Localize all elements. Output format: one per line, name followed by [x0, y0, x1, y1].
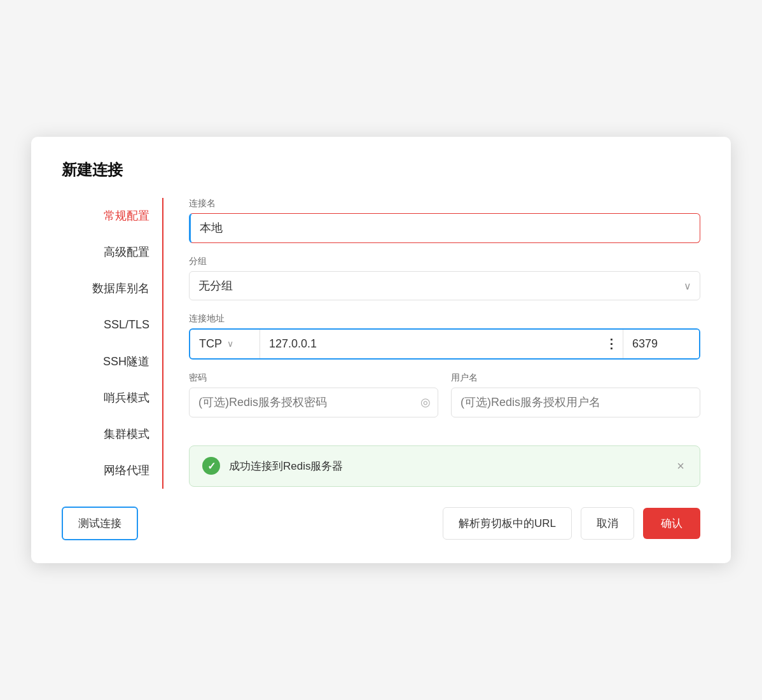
username-label: 用户名	[451, 372, 700, 384]
group-select[interactable]: 无分组	[189, 271, 700, 300]
parse-url-button[interactable]: 解析剪切板中的URL	[443, 507, 572, 540]
main-content: 连接名 分组 无分组 ∨ 连接地址 TCP ∨	[163, 198, 700, 489]
colon-separator: ⋮	[600, 336, 623, 351]
protocol-chevron-icon: ∨	[227, 339, 233, 349]
group-group: 分组 无分组 ∨	[189, 256, 700, 300]
protocol-value: TCP	[199, 337, 222, 351]
password-group: 密码 ◎	[189, 372, 438, 417]
host-input[interactable]	[260, 330, 600, 358]
success-message: 成功连接到Redis服务器	[229, 459, 665, 473]
auth-row: 密码 ◎ 用户名	[189, 372, 700, 417]
connection-name-label: 连接名	[189, 198, 700, 209]
password-input-wrapper: ◎	[189, 388, 438, 417]
group-label: 分组	[189, 256, 700, 267]
sidebar-item-general[interactable]: 常规配置	[62, 198, 162, 234]
connection-name-input[interactable]	[189, 213, 700, 243]
test-connection-button[interactable]: 测试连接	[62, 507, 138, 540]
password-label: 密码	[189, 372, 438, 384]
sidebar: 常规配置 高级配置 数据库别名 SSL/TLS SSH隧道 哨兵模式 集群模式 …	[62, 198, 163, 489]
success-close-button[interactable]: ×	[674, 456, 687, 476]
protocol-selector[interactable]: TCP ∨	[190, 330, 260, 358]
sidebar-item-proxy[interactable]: 网络代理	[62, 452, 162, 489]
conn-addr-box: TCP ∨ ⋮	[189, 328, 700, 360]
sidebar-item-ssl-tls[interactable]: SSL/TLS	[62, 307, 162, 343]
cancel-button[interactable]: 取消	[581, 507, 634, 540]
port-input[interactable]	[623, 330, 699, 358]
sidebar-item-sentinel[interactable]: 哨兵模式	[62, 380, 162, 416]
footer-buttons: 测试连接 解析剪切板中的URL 取消 确认	[62, 507, 700, 540]
conn-addr-label: 连接地址	[189, 313, 700, 325]
success-banner: 成功连接到Redis服务器 ×	[189, 445, 700, 487]
conn-addr-group: 连接地址 TCP ∨ ⋮	[189, 313, 700, 360]
sidebar-item-db-alias[interactable]: 数据库别名	[62, 270, 162, 307]
connection-name-group: 连接名	[189, 198, 700, 243]
confirm-button[interactable]: 确认	[643, 508, 700, 539]
sidebar-item-ssh-tunnel[interactable]: SSH隧道	[62, 344, 162, 380]
dialog-title: 新建连接	[62, 160, 700, 180]
dialog-body: 常规配置 高级配置 数据库别名 SSL/TLS SSH隧道 哨兵模式 集群模式 …	[62, 198, 700, 489]
sidebar-item-cluster[interactable]: 集群模式	[62, 416, 162, 452]
group-select-wrapper: 无分组 ∨	[189, 271, 700, 300]
sidebar-item-advanced[interactable]: 高级配置	[62, 234, 162, 270]
username-group: 用户名	[451, 372, 700, 417]
new-connection-dialog: 新建连接 常规配置 高级配置 数据库别名 SSL/TLS SSH隧道 哨兵模式 …	[31, 137, 731, 564]
password-toggle-icon[interactable]: ◎	[420, 395, 431, 409]
username-input[interactable]	[451, 388, 700, 417]
password-input[interactable]	[189, 388, 438, 417]
success-icon	[202, 457, 220, 475]
